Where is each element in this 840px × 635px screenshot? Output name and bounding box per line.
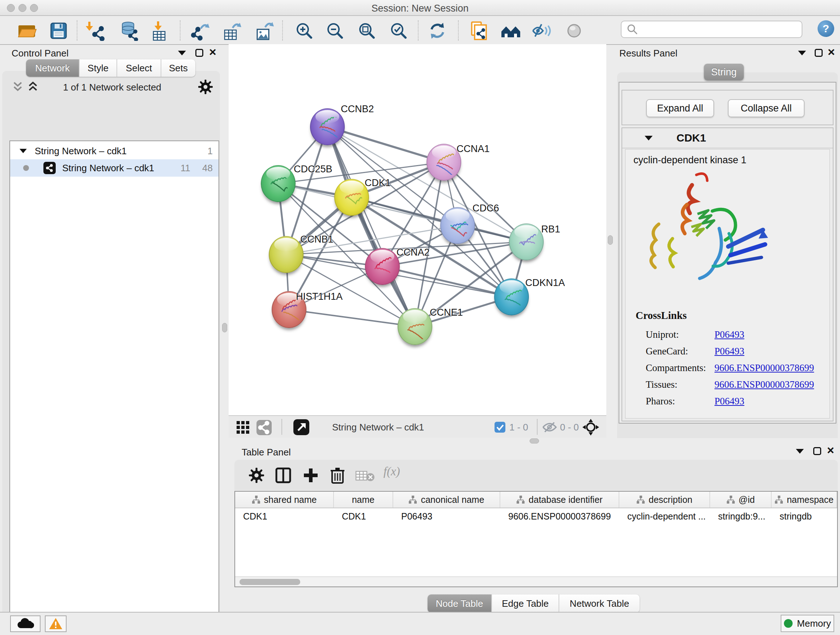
scrollbar-thumb[interactable] [240, 579, 300, 585]
panel-float-icon[interactable] [796, 449, 804, 454]
node-CDK1[interactable] [334, 179, 369, 216]
panel-maximize-icon[interactable] [815, 49, 823, 57]
sphere-button[interactable] [564, 20, 584, 41]
warnings-button[interactable] [45, 616, 66, 632]
node-label-CCNB1: CCNB1 [300, 234, 333, 245]
panel-maximize-icon[interactable] [813, 447, 821, 455]
panel-close-icon[interactable]: × [828, 48, 835, 56]
node-RB1[interactable] [509, 223, 544, 260]
right-splitter-handle[interactable] [608, 235, 613, 245]
node-CDC6[interactable] [440, 207, 475, 244]
table-cell[interactable]: CDK1 [334, 508, 393, 524]
crosslink-link[interactable]: P06493 [714, 346, 745, 357]
table-cell[interactable]: stringdb [772, 508, 837, 524]
network-canvas[interactable]: CCNB2CCNA1CDC25BCDK1CDC6RB1CCNB1CCNA2CDK… [229, 44, 606, 415]
show-columns-icon[interactable] [275, 467, 292, 484]
network-collection-row[interactable]: String Network – cdk1 1 [10, 143, 218, 159]
panel-close-icon[interactable]: × [209, 48, 216, 56]
column-header--id[interactable]: @id [710, 492, 772, 508]
zoom-selected-button[interactable] [388, 20, 409, 41]
search-field[interactable] [621, 21, 802, 38]
crosslink-link[interactable]: 9606.ENSP00000378699 [714, 363, 814, 374]
column-header-namespace[interactable]: namespace [772, 492, 837, 508]
zoom-fit-button[interactable] [356, 20, 377, 41]
panel-float-icon[interactable] [798, 51, 806, 55]
column-header-canonical-name[interactable]: canonical name [393, 492, 500, 508]
zoom-in-button[interactable] [294, 20, 315, 41]
export-image-button[interactable] [254, 20, 275, 41]
column-label: canonical name [421, 494, 484, 505]
collapse-all-chevron-icon[interactable] [12, 81, 23, 93]
node-CCNA2[interactable] [365, 248, 400, 285]
import-network-file-button[interactable] [85, 20, 106, 41]
node-CCNB2[interactable] [310, 108, 345, 145]
column-header-description[interactable]: description [619, 492, 710, 508]
column-header-name[interactable]: name [334, 492, 393, 508]
memory-button[interactable]: Memory [781, 615, 834, 632]
tab-network-table[interactable]: Network Table [559, 594, 639, 613]
column-header-shared-name[interactable]: shared name [235, 492, 334, 508]
table-panel-title: Table Panel [242, 447, 291, 458]
help-button[interactable]: ? [818, 20, 834, 37]
panel-close-icon[interactable]: × [827, 446, 834, 454]
expand-all-button[interactable]: Expand All [646, 99, 714, 117]
table-cell[interactable]: 9606.ENSP00000378699 [500, 508, 619, 524]
documents-share-button[interactable] [468, 20, 489, 41]
horizontal-scrollbar[interactable] [235, 576, 837, 586]
table-cell[interactable]: P06493 [393, 508, 500, 524]
panel-maximize-icon[interactable] [195, 49, 203, 57]
grid-view-icon[interactable] [236, 420, 250, 435]
table-cell[interactable]: CDK1 [235, 508, 334, 524]
table-gear-icon[interactable] [249, 468, 264, 483]
edge-HIST1H1A-CCNE1[interactable] [289, 310, 415, 326]
tab-string[interactable]: String [704, 64, 744, 80]
table-row[interactable]: CDK1CDK1P064939606.ENSP00000378699cyclin… [235, 508, 837, 524]
left-splitter-handle[interactable] [222, 323, 227, 333]
table-cell[interactable]: stringdb:9... [710, 508, 772, 524]
node-CDC25B[interactable] [261, 165, 295, 202]
panel-float-icon[interactable] [178, 51, 186, 55]
zoom-out-button[interactable] [325, 20, 346, 41]
collapse-all-button[interactable]: Collapse All [728, 99, 805, 117]
expand-all-chevron-icon[interactable] [27, 81, 38, 93]
houses-button[interactable] [500, 20, 521, 41]
eye-waves-button[interactable] [531, 20, 552, 41]
tab-network[interactable]: Network [26, 59, 80, 77]
import-table-button[interactable] [149, 20, 170, 41]
column-header-database-identifier[interactable]: database identifier [500, 492, 619, 508]
network-row-selected[interactable]: String Network – cdk1 11 48 [10, 159, 218, 177]
delete-column-icon[interactable] [329, 466, 346, 485]
crosslink-link[interactable]: P06493 [714, 396, 745, 407]
bottom-splitter-handle[interactable] [530, 439, 539, 443]
apply-layout-button[interactable] [427, 20, 448, 41]
edge-CCNB2-CCNA1[interactable] [327, 127, 444, 162]
table-cell[interactable]: cyclin-dependent ... [619, 508, 710, 524]
open-external-icon[interactable] [293, 419, 309, 435]
tab-edge-table[interactable]: Edge Table [492, 594, 559, 613]
export-table-button[interactable] [221, 20, 242, 41]
search-input[interactable] [642, 24, 797, 35]
cloud-button[interactable] [10, 616, 41, 632]
gene-section-header[interactable]: CDK1 [622, 128, 833, 149]
selected-checkbox-icon[interactable] [494, 421, 506, 433]
tab-node-table[interactable]: Node Table [428, 594, 492, 613]
crosslink-link[interactable]: P06493 [714, 329, 745, 340]
export-network-button[interactable] [190, 20, 211, 41]
share-view-icon[interactable] [256, 420, 272, 435]
tab-sets[interactable]: Sets [161, 59, 195, 77]
gene-expand-icon[interactable] [645, 136, 653, 141]
tab-select[interactable]: Select [117, 59, 161, 77]
import-network-database-button[interactable] [118, 20, 139, 41]
crosslink-link[interactable]: 9606.ENSP00000378699 [714, 379, 814, 390]
node-CCNE1[interactable] [398, 308, 432, 345]
save-session-button[interactable] [48, 20, 69, 41]
node-CCNA1[interactable] [426, 144, 461, 181]
add-column-icon[interactable] [302, 467, 319, 484]
node-CCNB1[interactable] [269, 236, 303, 273]
collection-expand-icon[interactable] [19, 149, 27, 153]
node-CDKN1A[interactable] [494, 279, 529, 315]
open-session-button[interactable] [16, 20, 37, 41]
birdseye-crosshair-icon[interactable] [583, 419, 599, 435]
tab-style[interactable]: Style [80, 59, 117, 77]
gear-icon[interactable] [198, 80, 213, 94]
